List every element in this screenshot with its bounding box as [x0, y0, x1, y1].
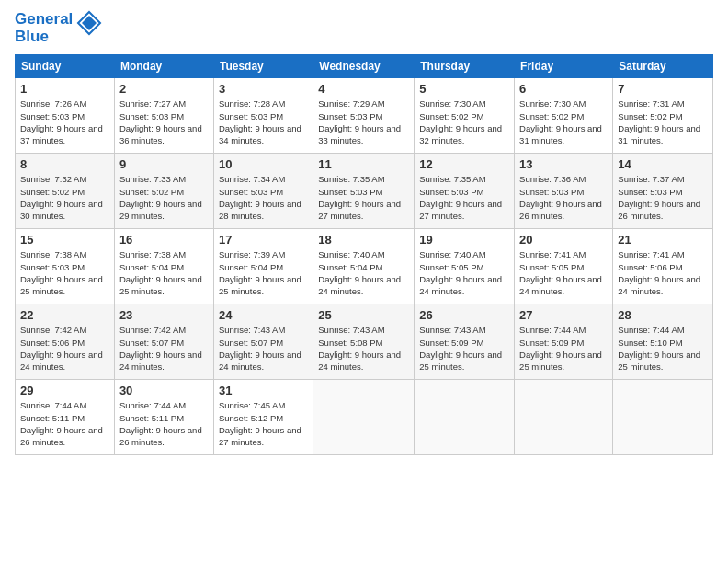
day-number: 3: [219, 82, 308, 96]
calendar-cell: 12 Sunrise: 7:35 AM Sunset: 5:03 PM Dayl…: [415, 154, 515, 229]
page-container: General Blue: [0, 0, 728, 463]
day-info: Sunrise: 7:36 AM Sunset: 5:03 PM Dayligh…: [519, 173, 608, 222]
calendar-cell: [613, 380, 713, 455]
day-info: Sunrise: 7:45 AM Sunset: 5:12 PM Dayligh…: [219, 399, 308, 448]
day-number: 9: [119, 157, 209, 171]
day-info: Sunrise: 7:44 AM Sunset: 5:10 PM Dayligh…: [618, 324, 708, 373]
day-number: 12: [419, 157, 509, 171]
calendar-cell: 11 Sunrise: 7:35 AM Sunset: 5:03 PM Dayl…: [313, 154, 415, 229]
day-number: 4: [318, 82, 409, 96]
calendar-cell: 30 Sunrise: 7:44 AM Sunset: 5:11 PM Dayl…: [114, 380, 213, 455]
day-info: Sunrise: 7:42 AM Sunset: 5:06 PM Dayligh…: [20, 324, 109, 373]
calendar-week-5: 29 Sunrise: 7:44 AM Sunset: 5:11 PM Dayl…: [16, 380, 713, 455]
day-header-wednesday: Wednesday: [313, 55, 415, 78]
day-number: 6: [519, 82, 608, 96]
calendar-cell: 28 Sunrise: 7:44 AM Sunset: 5:10 PM Dayl…: [613, 304, 713, 380]
day-number: 13: [519, 157, 608, 171]
day-info: Sunrise: 7:44 AM Sunset: 5:11 PM Dayligh…: [119, 399, 209, 448]
calendar-cell: 23 Sunrise: 7:42 AM Sunset: 5:07 PM Dayl…: [114, 304, 213, 380]
calendar-cell: 24 Sunrise: 7:43 AM Sunset: 5:07 PM Dayl…: [213, 304, 313, 380]
day-info: Sunrise: 7:43 AM Sunset: 5:07 PM Dayligh…: [219, 324, 308, 373]
day-info: Sunrise: 7:40 AM Sunset: 5:04 PM Dayligh…: [318, 248, 409, 297]
calendar-cell: 27 Sunrise: 7:44 AM Sunset: 5:09 PM Dayl…: [515, 304, 613, 380]
day-header-friday: Friday: [515, 55, 613, 78]
day-number: 24: [219, 308, 308, 322]
day-info: Sunrise: 7:30 AM Sunset: 5:02 PM Dayligh…: [419, 98, 509, 146]
day-number: 17: [219, 233, 308, 247]
day-info: Sunrise: 7:29 AM Sunset: 5:03 PM Dayligh…: [318, 98, 409, 146]
day-number: 10: [219, 157, 308, 171]
calendar-cell: 3 Sunrise: 7:28 AM Sunset: 5:03 PM Dayli…: [213, 78, 313, 154]
day-info: Sunrise: 7:34 AM Sunset: 5:03 PM Dayligh…: [219, 173, 308, 222]
day-number: 16: [119, 233, 209, 247]
day-number: 22: [20, 308, 109, 322]
day-info: Sunrise: 7:31 AM Sunset: 5:02 PM Dayligh…: [618, 98, 708, 146]
calendar-week-3: 15 Sunrise: 7:38 AM Sunset: 5:03 PM Dayl…: [16, 229, 713, 304]
day-info: Sunrise: 7:44 AM Sunset: 5:11 PM Dayligh…: [20, 399, 109, 448]
calendar-cell: 29 Sunrise: 7:44 AM Sunset: 5:11 PM Dayl…: [16, 380, 115, 455]
calendar-cell: [313, 380, 415, 455]
day-number: 29: [20, 384, 109, 397]
day-info: Sunrise: 7:38 AM Sunset: 5:03 PM Dayligh…: [20, 248, 109, 297]
calendar-cell: 13 Sunrise: 7:36 AM Sunset: 5:03 PM Dayl…: [515, 154, 613, 229]
calendar-cell: 15 Sunrise: 7:38 AM Sunset: 5:03 PM Dayl…: [16, 229, 115, 304]
day-header-sunday: Sunday: [16, 55, 115, 78]
calendar-cell: 18 Sunrise: 7:40 AM Sunset: 5:04 PM Dayl…: [313, 229, 415, 304]
day-info: Sunrise: 7:40 AM Sunset: 5:05 PM Dayligh…: [419, 248, 509, 297]
day-info: Sunrise: 7:27 AM Sunset: 5:03 PM Dayligh…: [119, 98, 209, 146]
calendar-cell: 8 Sunrise: 7:32 AM Sunset: 5:02 PM Dayli…: [16, 154, 115, 229]
calendar-table: SundayMondayTuesdayWednesdayThursdayFrid…: [15, 54, 713, 455]
logo-icon: [76, 10, 102, 40]
day-header-thursday: Thursday: [415, 55, 515, 78]
logo-text: General: [15, 11, 73, 29]
day-number: 25: [318, 308, 409, 322]
day-info: Sunrise: 7:35 AM Sunset: 5:03 PM Dayligh…: [318, 173, 409, 222]
day-header-monday: Monday: [114, 55, 213, 78]
calendar-cell: 31 Sunrise: 7:45 AM Sunset: 5:12 PM Dayl…: [213, 380, 313, 455]
calendar-cell: 9 Sunrise: 7:33 AM Sunset: 5:02 PM Dayli…: [114, 154, 213, 229]
calendar-cell: 5 Sunrise: 7:30 AM Sunset: 5:02 PM Dayli…: [415, 78, 515, 154]
day-number: 23: [119, 308, 209, 322]
calendar-cell: 6 Sunrise: 7:30 AM Sunset: 5:02 PM Dayli…: [515, 78, 613, 154]
day-info: Sunrise: 7:38 AM Sunset: 5:04 PM Dayligh…: [119, 248, 209, 297]
calendar-cell: 4 Sunrise: 7:29 AM Sunset: 5:03 PM Dayli…: [313, 78, 415, 154]
day-number: 19: [419, 233, 509, 247]
day-number: 26: [419, 308, 509, 322]
header: General Blue: [15, 11, 713, 45]
calendar-cell: 14 Sunrise: 7:37 AM Sunset: 5:03 PM Dayl…: [613, 154, 713, 229]
day-number: 18: [318, 233, 409, 247]
day-info: Sunrise: 7:28 AM Sunset: 5:03 PM Dayligh…: [219, 98, 308, 146]
day-info: Sunrise: 7:41 AM Sunset: 5:06 PM Dayligh…: [618, 248, 708, 297]
calendar-week-2: 8 Sunrise: 7:32 AM Sunset: 5:02 PM Dayli…: [16, 154, 713, 229]
calendar-cell: 16 Sunrise: 7:38 AM Sunset: 5:04 PM Dayl…: [114, 229, 213, 304]
calendar-cell: 1 Sunrise: 7:26 AM Sunset: 5:03 PM Dayli…: [16, 78, 115, 154]
day-info: Sunrise: 7:32 AM Sunset: 5:02 PM Dayligh…: [20, 173, 109, 222]
day-header-tuesday: Tuesday: [213, 55, 313, 78]
calendar-cell: 22 Sunrise: 7:42 AM Sunset: 5:06 PM Dayl…: [16, 304, 115, 380]
day-number: 14: [618, 157, 708, 171]
day-number: 27: [519, 308, 608, 322]
day-info: Sunrise: 7:35 AM Sunset: 5:03 PM Dayligh…: [419, 173, 509, 222]
day-info: Sunrise: 7:42 AM Sunset: 5:07 PM Dayligh…: [119, 324, 209, 373]
calendar-cell: 10 Sunrise: 7:34 AM Sunset: 5:03 PM Dayl…: [213, 154, 313, 229]
day-number: 15: [20, 233, 109, 247]
day-number: 20: [519, 233, 608, 247]
calendar-cell: [415, 380, 515, 455]
day-number: 7: [618, 82, 708, 96]
calendar-cell: 2 Sunrise: 7:27 AM Sunset: 5:03 PM Dayli…: [114, 78, 213, 154]
day-number: 1: [20, 82, 109, 96]
calendar-cell: 21 Sunrise: 7:41 AM Sunset: 5:06 PM Dayl…: [613, 229, 713, 304]
day-info: Sunrise: 7:43 AM Sunset: 5:09 PM Dayligh…: [419, 324, 509, 373]
day-number: 2: [119, 82, 209, 96]
day-number: 31: [219, 384, 308, 397]
day-info: Sunrise: 7:30 AM Sunset: 5:02 PM Dayligh…: [519, 98, 608, 146]
calendar-cell: 20 Sunrise: 7:41 AM Sunset: 5:05 PM Dayl…: [515, 229, 613, 304]
calendar-cell: 7 Sunrise: 7:31 AM Sunset: 5:02 PM Dayli…: [613, 78, 713, 154]
day-info: Sunrise: 7:39 AM Sunset: 5:04 PM Dayligh…: [219, 248, 308, 297]
calendar-cell: 19 Sunrise: 7:40 AM Sunset: 5:05 PM Dayl…: [415, 229, 515, 304]
calendar-cell: [515, 380, 613, 455]
day-number: 5: [419, 82, 509, 96]
day-info: Sunrise: 7:44 AM Sunset: 5:09 PM Dayligh…: [519, 324, 608, 373]
day-number: 21: [618, 233, 708, 247]
day-info: Sunrise: 7:26 AM Sunset: 5:03 PM Dayligh…: [20, 98, 109, 146]
